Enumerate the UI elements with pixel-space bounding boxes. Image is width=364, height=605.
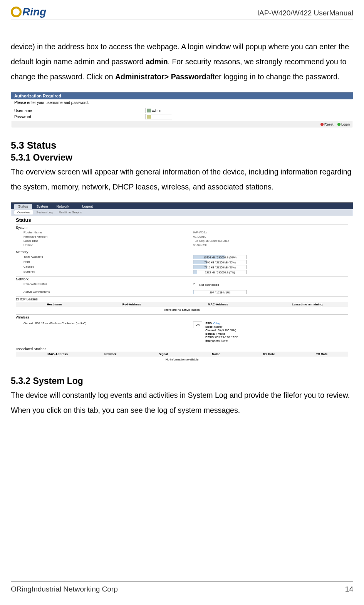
system-heading: System	[16, 225, 348, 230]
intro-paragraph: device) in the address box to access the…	[11, 39, 353, 84]
login-icon	[337, 123, 341, 126]
wireless-controller: Generic 802.11an Wireless Controller (ra…	[23, 322, 193, 343]
dhcp-heading: DHCP Leases	[16, 297, 348, 302]
sub-tab-bar: Overview System Log Realtime Graphs	[11, 209, 353, 216]
username-input[interactable]: admin	[145, 108, 172, 113]
local-time-label: Local Time	[23, 239, 193, 243]
cached-label: Cached	[23, 265, 193, 269]
uptime-label: Uptime	[23, 243, 193, 247]
logo: Ring	[11, 6, 46, 18]
tab-logout[interactable]: Logout	[79, 204, 97, 209]
firmware-value: A1.00b10	[193, 235, 206, 238]
tab-system[interactable]: System	[33, 204, 52, 209]
auth-title: Authorization Required	[11, 92, 353, 99]
tab-status[interactable]: Status	[14, 204, 32, 209]
no-active-leases: There are no active leases.	[16, 307, 348, 313]
page-footer: ORingIndustrial Networking Corp 14	[11, 582, 353, 593]
reset-icon	[320, 123, 324, 126]
subtab-overview[interactable]: Overview	[14, 210, 33, 215]
auth-screenshot: Authorization Required Please enter your…	[11, 92, 353, 128]
dhcp-col-mac: MAC-Address	[170, 303, 266, 306]
password-label: Password	[14, 115, 145, 119]
tab-network[interactable]: Network	[53, 204, 73, 209]
footer-company: ORingIndustrial Networking Corp	[11, 585, 118, 593]
key-icon	[147, 115, 151, 119]
logo-text: Ring	[22, 6, 46, 18]
uptime-value: 0h 5m 33s	[193, 243, 207, 247]
not-connected-icon: ?	[193, 282, 198, 287]
network-heading: Network	[16, 277, 348, 282]
system-section: System Router NameIAP-W52x Firmware Vers…	[16, 225, 348, 247]
footer-page-number: 14	[345, 585, 353, 593]
subtab-realtime-graphs[interactable]: Realtime Graphs	[56, 210, 85, 215]
assoc-section: Associated Stations MAC-Address Network …	[16, 346, 348, 362]
login-button[interactable]: Login	[337, 122, 350, 126]
page-header: Ring IAP-W420/W422 UserManual	[11, 6, 353, 20]
free-label: Free	[23, 260, 193, 264]
local-time-value: Tue Sep 16 02:06:03 2014	[193, 239, 229, 243]
wan-status-value: Not connected	[199, 283, 219, 287]
section-5-3-1-heading: 5.3.1 Overview	[11, 153, 353, 163]
logo-o-icon	[11, 7, 22, 17]
dhcp-col-ipv4: IPv4-Address	[93, 303, 170, 306]
subtab-system-log[interactable]: System Log	[33, 210, 55, 215]
assoc-col-network: Network	[84, 352, 137, 356]
username-label: Username	[14, 109, 145, 113]
buffered-label: Buffered	[23, 270, 193, 274]
syslog-paragraph: The device will constantly log events an…	[11, 388, 353, 418]
overview-paragraph: The overview screen will appear with gen…	[11, 164, 353, 194]
wireless-heading: Wireless	[16, 315, 348, 320]
memory-section: Memory Total Available17464 kB / 29300 k…	[16, 249, 348, 275]
network-section: Network IPv4 WAN Status?Not connected Ac…	[16, 276, 348, 295]
memory-heading: Memory	[16, 249, 348, 255]
top-tab-bar: Status System Network Logout	[11, 203, 353, 209]
router-name-value: IAP-W52x	[193, 231, 207, 234]
wifi-details: SSID: Oring Mode: Master Channel: 36 (5.…	[205, 322, 238, 343]
password-input[interactable]	[145, 114, 172, 119]
dhcp-section: DHCP Leases Hostname IPv4-Address MAC-Ad…	[16, 296, 348, 313]
document-title: IAP-W420/W422 UserManual	[257, 6, 353, 17]
wan-status-label: IPv4 WAN Status	[23, 282, 193, 287]
assoc-heading: Associated Stations	[16, 346, 348, 352]
wifi-signal-pct: 0%	[193, 322, 202, 328]
no-info-available: No information available	[16, 357, 348, 362]
assoc-col-signal: Signal	[137, 352, 190, 356]
reset-button[interactable]: Reset	[320, 122, 334, 126]
cached-bar: 7716 kB / 29300 kB (26%)	[193, 265, 247, 269]
user-icon	[147, 109, 151, 112]
free-bar: 7496 kB / 29300 kB (25%)	[193, 260, 247, 264]
assoc-col-rx: RX Rate	[243, 352, 295, 356]
status-screenshot: Status System Network Logout Overview Sy…	[11, 202, 353, 364]
section-5-3-heading: 5.3 Status	[11, 140, 353, 151]
active-conn-label: Active Connections	[23, 290, 193, 294]
section-5-3-2-heading: 5.3.2 System Log	[11, 376, 353, 386]
status-page-title: Status	[11, 216, 353, 225]
active-conn-bar: 297 / 16384 (1%)	[193, 290, 247, 294]
auth-subtitle: Please enter your username and password.	[11, 99, 353, 106]
firmware-label: Firmware Version	[23, 235, 193, 238]
total-avail-label: Total Available	[23, 255, 193, 259]
buffered-bar: 2272 kB / 29300 kB (7%)	[193, 270, 247, 274]
total-avail-bar: 17464 kB / 29300 kB (59%)	[193, 255, 247, 259]
assoc-col-tx: TX Rate	[295, 352, 348, 356]
dhcp-col-leasetime: Leasetime remaining	[266, 303, 348, 306]
assoc-col-noise: Noise	[190, 352, 243, 356]
dhcp-col-hostname: Hostname	[16, 303, 93, 306]
wireless-section: Wireless Generic 802.11an Wireless Contr…	[16, 314, 348, 344]
router-name-label: Router Name	[23, 231, 193, 234]
assoc-col-mac: MAC-Address	[31, 352, 84, 356]
